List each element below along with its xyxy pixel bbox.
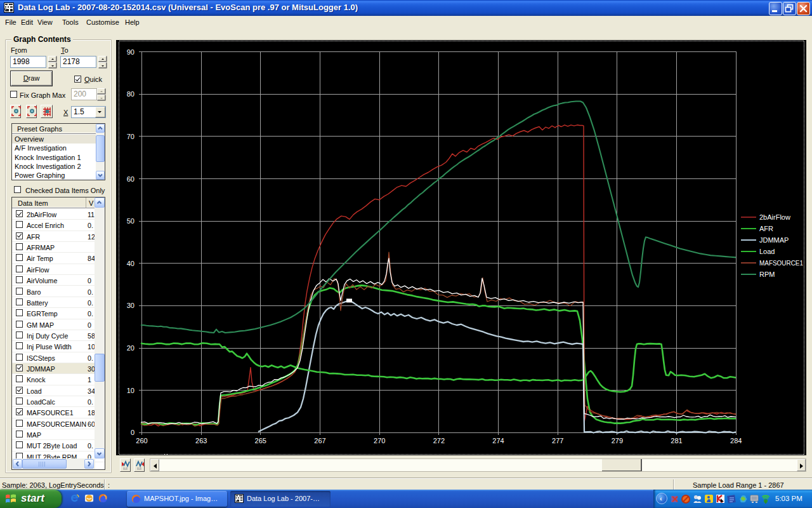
svg-text:284: 284	[730, 437, 742, 444]
svg-text:30: 30	[127, 302, 134, 309]
svg-text:260: 260	[136, 437, 147, 444]
svg-text:40: 40	[127, 260, 134, 267]
svg-text:270: 270	[374, 437, 385, 444]
svg-text:263: 263	[195, 437, 207, 444]
svg-text:267: 267	[314, 437, 325, 444]
svg-text:277: 277	[552, 437, 563, 444]
svg-text:279: 279	[612, 437, 623, 444]
svg-text:Load: Load	[759, 248, 775, 255]
svg-text:JDMMAP: JDMMAP	[759, 236, 789, 244]
svg-text:10: 10	[127, 387, 134, 394]
svg-text:2bAirFlow: 2bAirFlow	[759, 213, 790, 221]
svg-text:20: 20	[127, 344, 134, 352]
svg-text:RPM: RPM	[759, 271, 775, 278]
svg-text:60: 60	[127, 175, 134, 183]
svg-text:80: 80	[127, 90, 134, 98]
svg-text:272: 272	[433, 437, 445, 444]
svg-text:MAFSOURCE1: MAFSOURCE1	[759, 259, 803, 267]
svg-text:70: 70	[127, 133, 134, 140]
svg-text:265: 265	[255, 437, 266, 444]
svg-text:274: 274	[492, 437, 504, 444]
svg-text:50: 50	[127, 217, 134, 225]
svg-text:0: 0	[131, 429, 134, 436]
svg-text:90: 90	[127, 48, 134, 56]
svg-text:AFR: AFR	[759, 225, 773, 232]
svg-text:281: 281	[671, 437, 682, 444]
